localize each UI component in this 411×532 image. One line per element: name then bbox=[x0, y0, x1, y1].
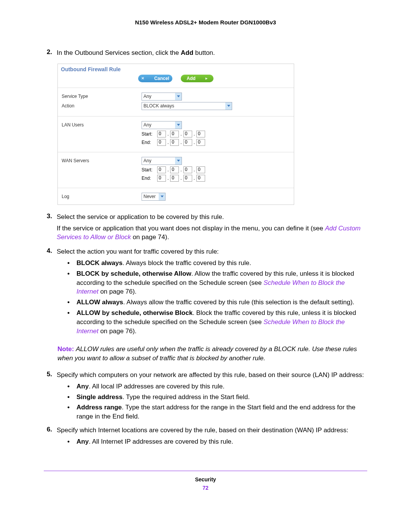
lan-start-octet[interactable]: 0 bbox=[196, 131, 205, 137]
step-3-line1: Select the service or application to be … bbox=[57, 212, 367, 222]
bullet: • Single address. Type the required addr… bbox=[57, 393, 367, 402]
bullet: • BLOCK always. Always block the traffic… bbox=[57, 259, 367, 268]
wan-end-octet[interactable]: 0 bbox=[170, 175, 179, 182]
step-2-text: In the Outbound Services section, click … bbox=[57, 48, 367, 58]
step-number: 5. bbox=[44, 371, 57, 423]
service-type-select[interactable]: Any bbox=[142, 93, 182, 101]
step-number: 4. bbox=[44, 247, 57, 337]
bullet: • Address range. Type the start address … bbox=[57, 403, 367, 421]
lan-users-select[interactable]: Any bbox=[142, 121, 182, 129]
bullet: • BLOCK by schedule, otherwise Allow. Al… bbox=[57, 269, 367, 296]
lan-start-octet[interactable]: 0 bbox=[170, 131, 179, 137]
step-3-line2: If the service or application that you w… bbox=[57, 224, 367, 242]
lan-end-octet[interactable]: 0 bbox=[196, 139, 205, 146]
add-button[interactable]: Add ▸ bbox=[181, 75, 213, 82]
wan-end-octet[interactable]: 0 bbox=[183, 175, 192, 182]
lan-end-octet[interactable]: 0 bbox=[183, 139, 192, 146]
wan-start-row: Start: 0. 0. 0. 0 bbox=[142, 166, 290, 173]
screenshot-title: Outbound Firewall Rule bbox=[61, 66, 121, 72]
wan-end-octet[interactable]: 0 bbox=[157, 175, 166, 182]
firewall-rule-screenshot: Outbound Firewall Rule ✕ Cancel Add ▸ Se… bbox=[57, 64, 294, 205]
lan-start-octet[interactable]: 0 bbox=[157, 131, 166, 137]
step-6: 6. Specify which Internet locations are … bbox=[44, 426, 367, 448]
wan-servers-select[interactable]: Any bbox=[142, 157, 182, 165]
step-4-intro: Select the action you want for traffic c… bbox=[57, 247, 367, 256]
document-header: N150 Wireless ADSL2+ Modem Router DGN100… bbox=[44, 19, 367, 26]
step-2: 2. In the Outbound Services section, cli… bbox=[44, 48, 367, 60]
log-label: Log bbox=[62, 194, 142, 199]
lan-end-octet[interactable]: 0 bbox=[170, 139, 179, 146]
lan-users-label: LAN Users bbox=[62, 122, 142, 128]
bullet: • ALLOW always. Always allow the traffic… bbox=[57, 298, 367, 307]
step-6-intro: Specify which Internet locations are cov… bbox=[57, 426, 367, 435]
bullet: • ALLOW by schedule, otherwise Block. Bl… bbox=[57, 308, 367, 335]
step-5-intro: Specify which computers on your network … bbox=[57, 371, 367, 380]
step-3: 3. Select the service or application to … bbox=[44, 212, 367, 244]
wan-start-octet[interactable]: 0 bbox=[196, 166, 205, 173]
bullet: • Any. All Internet IP addresses are cov… bbox=[57, 437, 367, 446]
wan-start-octet[interactable]: 0 bbox=[183, 166, 192, 173]
wan-start-octet[interactable]: 0 bbox=[170, 166, 179, 173]
footer-page-number: 72 bbox=[44, 485, 367, 491]
lan-end-octet[interactable]: 0 bbox=[157, 139, 166, 146]
step-number: 3. bbox=[44, 212, 57, 244]
wan-end-row: End: 0. 0. 0. 0 bbox=[142, 175, 290, 182]
action-select[interactable]: BLOCK always bbox=[142, 102, 232, 110]
chevron-down-icon bbox=[225, 102, 232, 110]
step-5: 5. Specify which computers on your netwo… bbox=[44, 371, 367, 423]
arrow-right-icon: ▸ bbox=[206, 76, 207, 80]
wan-start-octet[interactable]: 0 bbox=[157, 166, 166, 173]
chevron-down-icon bbox=[175, 121, 182, 129]
chevron-down-icon bbox=[159, 193, 165, 200]
wan-servers-label: WAN Servers bbox=[62, 158, 142, 163]
footer-section: Security bbox=[44, 476, 367, 482]
step-number: 2. bbox=[44, 48, 57, 60]
step-number: 6. bbox=[44, 426, 57, 448]
page-footer: Security 72 bbox=[44, 471, 367, 491]
lan-start-octet[interactable]: 0 bbox=[183, 131, 192, 137]
bullet: • Any. All local IP addresses are covere… bbox=[57, 382, 367, 391]
service-type-label: Service Type bbox=[62, 94, 142, 99]
log-select[interactable]: Never bbox=[142, 193, 166, 201]
chevron-down-icon bbox=[175, 93, 182, 100]
step-4: 4. Select the action you want for traffi… bbox=[44, 247, 367, 337]
note-block: Note: ALLOW rules are useful only when t… bbox=[57, 345, 367, 363]
wan-end-octet[interactable]: 0 bbox=[196, 175, 205, 182]
lan-start-row: Start: 0. 0. 0. 0 bbox=[142, 131, 290, 137]
action-label: Action bbox=[62, 103, 142, 109]
cancel-button[interactable]: ✕ Cancel bbox=[138, 75, 172, 82]
lan-end-row: End: 0. 0. 0. 0 bbox=[142, 139, 290, 146]
chevron-down-icon bbox=[175, 157, 182, 165]
close-icon: ✕ bbox=[141, 76, 144, 80]
